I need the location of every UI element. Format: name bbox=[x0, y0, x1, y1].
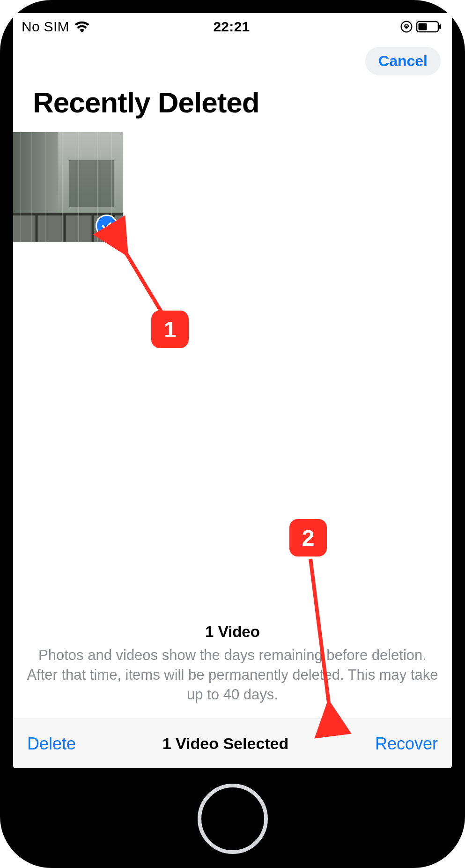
delete-button[interactable]: Delete bbox=[27, 734, 76, 754]
wifi-icon bbox=[74, 21, 90, 33]
cancel-button[interactable]: Cancel bbox=[365, 47, 441, 75]
svg-rect-8 bbox=[69, 160, 114, 207]
bottom-toolbar: Delete 1 Video Selected Recover bbox=[13, 719, 452, 768]
phone-frame: No SIM 22:21 Cancel Recently Deleted bbox=[0, 0, 465, 868]
orientation-lock-icon bbox=[400, 21, 413, 33]
status-bar: No SIM 22:21 bbox=[13, 13, 452, 40]
photo-grid bbox=[13, 132, 452, 242]
svg-rect-4 bbox=[439, 24, 441, 29]
nav-bar: Cancel bbox=[13, 40, 452, 86]
callout-badge: 2 bbox=[289, 519, 327, 556]
selection-check-icon bbox=[96, 215, 118, 237]
clock-text: 22:21 bbox=[162, 19, 302, 35]
home-button[interactable] bbox=[198, 784, 268, 854]
arrow-icon bbox=[107, 240, 200, 357]
screen: No SIM 22:21 Cancel Recently Deleted bbox=[13, 13, 452, 768]
deletion-policy-text: Photos and videos show the days remainin… bbox=[18, 645, 447, 705]
battery-icon bbox=[416, 21, 442, 33]
recover-button[interactable]: Recover bbox=[375, 734, 438, 754]
page-title: Recently Deleted bbox=[13, 86, 452, 132]
selection-status-label: 1 Video Selected bbox=[162, 734, 289, 753]
svg-rect-1 bbox=[405, 26, 407, 29]
svg-rect-6 bbox=[13, 132, 58, 214]
svg-rect-3 bbox=[419, 23, 427, 30]
video-thumbnail[interactable] bbox=[13, 132, 123, 242]
item-count-label: 1 Video bbox=[18, 623, 447, 641]
annotation-1: 1 bbox=[107, 240, 200, 357]
carrier-text: No SIM bbox=[22, 19, 69, 35]
svg-line-21 bbox=[125, 251, 168, 322]
info-footer: 1 Video Photos and videos show the days … bbox=[13, 623, 452, 719]
callout-badge: 1 bbox=[151, 311, 189, 348]
